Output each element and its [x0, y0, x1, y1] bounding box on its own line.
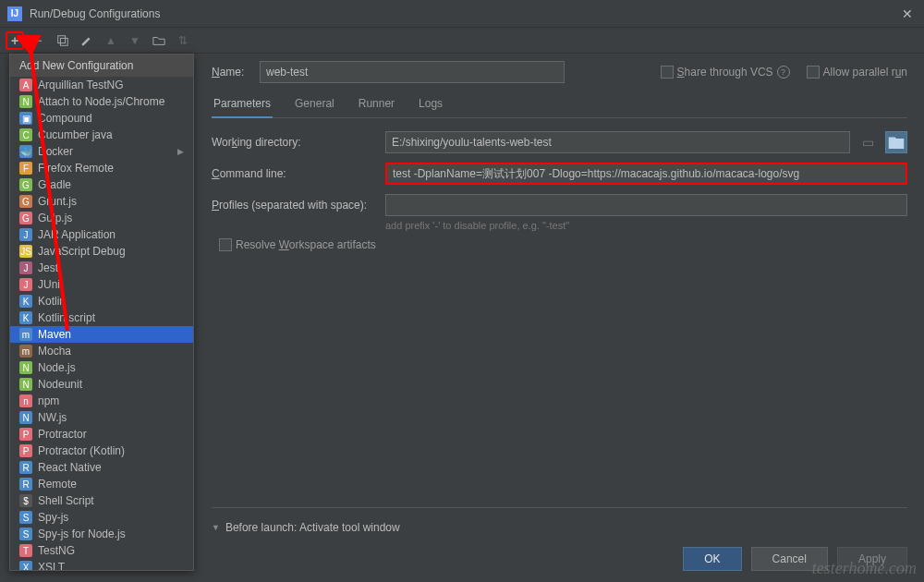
- config-icon: C: [19, 128, 32, 141]
- config-type-attach-to-node-js-chrome[interactable]: NAttach to Node.js/Chrome: [10, 93, 193, 110]
- apply-button[interactable]: Apply: [837, 547, 907, 571]
- config-label: Kotlin: [38, 295, 66, 308]
- close-button[interactable]: ✕: [898, 6, 917, 21]
- profiles-label: Profiles (separated with space):: [212, 199, 378, 212]
- config-type-protractor-kotlin-[interactable]: PProtractor (Kotlin): [10, 443, 193, 459]
- add-config-button[interactable]: +: [6, 31, 24, 50]
- config-type-nw-js[interactable]: NNW.js: [10, 409, 193, 426]
- config-type-jar-application[interactable]: JJAR Application: [10, 226, 193, 243]
- config-label: Attach to Node.js/Chrome: [38, 95, 164, 108]
- command-line-input[interactable]: [385, 163, 907, 185]
- working-dir-label: Working directory:: [212, 136, 378, 149]
- config-type-compound[interactable]: ▣Compound: [10, 110, 193, 127]
- right-panel: Name: Share through VCS? Allow parallel …: [199, 54, 924, 582]
- profiles-input[interactable]: [385, 194, 907, 216]
- parallel-checkbox[interactable]: Allow parallel run: [807, 66, 907, 79]
- config-type-gulp-js[interactable]: GGulp.js: [10, 210, 193, 226]
- config-icon: P: [19, 428, 32, 441]
- config-label: JAR Application: [38, 228, 116, 241]
- tabs: ParametersGeneralRunnerLogs: [212, 91, 907, 118]
- edit-config-button[interactable]: [78, 31, 96, 50]
- config-icon: S: [19, 527, 32, 540]
- config-icon: J: [19, 228, 32, 241]
- name-input[interactable]: [260, 61, 565, 83]
- tab-general[interactable]: General: [293, 97, 336, 117]
- config-icon: G: [19, 195, 32, 208]
- config-type-docker[interactable]: 🐳Docker▶: [10, 143, 193, 160]
- config-icon: G: [19, 212, 32, 224]
- config-label: Jest: [38, 261, 58, 274]
- config-type-kotlin[interactable]: KKotlin: [10, 293, 193, 309]
- config-icon: JS: [19, 245, 32, 258]
- copy-config-button[interactable]: [54, 31, 72, 50]
- config-icon: $: [19, 494, 32, 507]
- cancel-button[interactable]: Cancel: [751, 547, 828, 571]
- config-icon: S: [19, 511, 32, 524]
- app-icon: IJ: [7, 6, 22, 21]
- config-icon: N: [19, 361, 32, 374]
- config-label: Spy-js for Node.js: [38, 527, 126, 540]
- config-label: NW.js: [38, 411, 67, 424]
- config-icon: K: [19, 311, 32, 324]
- config-type-gradle[interactable]: GGradle: [10, 176, 193, 193]
- config-type-remote[interactable]: RRemote: [10, 476, 193, 492]
- config-type-kotlin-script[interactable]: KKotlin script: [10, 309, 193, 326]
- tab-runner[interactable]: Runner: [357, 97, 396, 117]
- config-type-nodeunit[interactable]: NNodeunit: [10, 376, 193, 393]
- help-icon[interactable]: ?: [777, 66, 790, 79]
- config-label: Docker: [38, 145, 73, 158]
- config-type-npm[interactable]: nnpm: [10, 393, 193, 409]
- config-type-spy-js[interactable]: SSpy-js: [10, 509, 193, 526]
- browse-folder-icon[interactable]: ▭: [857, 131, 878, 153]
- config-type-protractor[interactable]: PProtractor: [10, 426, 193, 443]
- config-label: React Native: [38, 461, 102, 474]
- sort-button[interactable]: ⇅: [174, 31, 192, 50]
- remove-config-button[interactable]: −: [30, 31, 48, 50]
- config-icon: N: [19, 411, 32, 424]
- insert-path-icon[interactable]: [885, 131, 907, 153]
- config-type-mocha[interactable]: mMocha: [10, 343, 193, 359]
- config-label: npm: [38, 394, 59, 407]
- ok-button[interactable]: OK: [683, 547, 741, 571]
- share-vcs-checkbox[interactable]: Share through VCS?: [661, 66, 790, 79]
- before-launch-section[interactable]: ▼ Before launch: Activate tool window: [212, 508, 907, 547]
- submenu-arrow-icon: ▶: [177, 147, 184, 156]
- working-dir-input[interactable]: [385, 131, 850, 153]
- tab-parameters[interactable]: Parameters: [212, 97, 273, 117]
- config-icon: m: [19, 345, 32, 358]
- config-label: Shell Script: [38, 494, 94, 507]
- config-type-testng[interactable]: TTestNG: [10, 542, 193, 559]
- config-label: Firefox Remote: [38, 162, 114, 175]
- folder-button[interactable]: [150, 31, 168, 50]
- config-type-react-native[interactable]: RReact Native: [10, 459, 193, 476]
- config-type-junit[interactable]: JJUnit: [10, 276, 193, 293]
- config-type-javascript-debug[interactable]: JSJavaScript Debug: [10, 243, 193, 260]
- config-type-shell-script[interactable]: $Shell Script: [10, 492, 193, 509]
- parameters-form: Working directory: ▭ Command line: Profi…: [212, 118, 907, 261]
- config-type-cucumber-java[interactable]: CCucumber java: [10, 127, 193, 143]
- tab-logs[interactable]: Logs: [417, 97, 444, 117]
- config-label: Arquillian TestNG: [38, 79, 123, 91]
- config-label: TestNG: [38, 544, 75, 557]
- config-type-maven[interactable]: mMaven: [10, 326, 193, 343]
- config-type-jest[interactable]: JJest: [10, 260, 193, 276]
- collapse-icon: ▼: [212, 523, 220, 532]
- config-type-firefox-remote[interactable]: FFirefox Remote: [10, 160, 193, 176]
- titlebar: IJ Run/Debug Configurations ✕: [0, 0, 924, 28]
- resolve-workspace-checkbox[interactable]: Resolve Workspace artifacts: [219, 238, 376, 251]
- config-label: Grunt.js: [38, 195, 77, 208]
- config-type-arquillian-testng[interactable]: AArquillian TestNG: [10, 77, 193, 93]
- config-type-grunt-js[interactable]: GGrunt.js: [10, 193, 193, 210]
- config-type-node-js[interactable]: NNode.js: [10, 359, 193, 376]
- config-label: Gradle: [38, 178, 71, 191]
- svg-rect-1: [60, 38, 67, 45]
- config-icon: K: [19, 295, 32, 308]
- up-button[interactable]: ▲: [102, 31, 120, 50]
- config-icon: F: [19, 162, 32, 175]
- config-type-spy-js-for-node-js[interactable]: SSpy-js for Node.js: [10, 526, 193, 542]
- config-type-xslt[interactable]: XXSLT: [10, 559, 193, 571]
- config-label: Compound: [38, 112, 92, 125]
- down-button[interactable]: ▼: [126, 31, 144, 50]
- config-label: Protractor (Kotlin): [38, 444, 125, 457]
- config-label: Remote: [38, 478, 77, 491]
